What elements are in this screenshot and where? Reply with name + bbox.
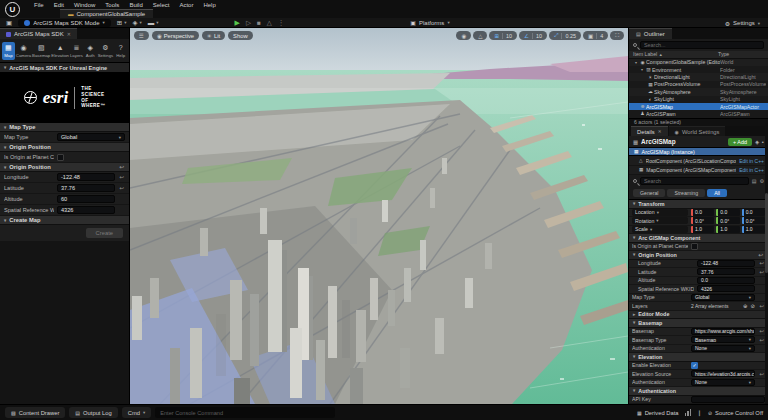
console-command-input[interactable]: [155, 407, 335, 418]
surface-snap-button[interactable]: △: [473, 31, 487, 40]
transform-space-button[interactable]: ◉: [456, 31, 471, 40]
altitude-input[interactable]: 60: [57, 195, 115, 203]
wkid-input[interactable]: 4326: [57, 206, 115, 214]
tool-basemap[interactable]: ▧ Basemap: [32, 42, 50, 60]
auth-select[interactable]: None ▾: [691, 345, 755, 352]
basemap-type-select[interactable]: Basemap ▾: [691, 336, 755, 343]
outliner-row-arcgispawn[interactable]: ♟ ArcGISPawn ArcGISPawn: [629, 110, 768, 117]
outliner-search-input[interactable]: [640, 41, 764, 49]
notifications-icon[interactable]: ❙: [697, 410, 702, 416]
location-y[interactable]: 0.0: [716, 209, 739, 216]
add-layer-icon[interactable]: ⊕: [743, 303, 748, 309]
latitude-input[interactable]: 37.76: [697, 268, 755, 275]
reset-icon[interactable]: ↩: [118, 164, 125, 170]
column-type[interactable]: Type: [718, 51, 764, 57]
camera-speed-control[interactable]: ▣ 4: [583, 31, 608, 40]
column-item-label[interactable]: Item Label ▲: [633, 51, 718, 57]
cinematics-dropdown[interactable]: ▬ ▾: [148, 19, 159, 26]
source-control-button[interactable]: ⊘ Source Control Off: [708, 410, 763, 416]
launch-button[interactable]: △: [267, 19, 272, 27]
output-log-button[interactable]: ▤ Output Log: [69, 407, 117, 418]
viewport-menu-button[interactable]: ☰: [134, 31, 149, 40]
derived-data-button[interactable]: ▦ Derived Data: [637, 410, 679, 416]
level-tab[interactable]: ▬ ComponentGlobalSample: [60, 9, 153, 18]
section-authentication[interactable]: ▾ Authentication: [629, 387, 768, 396]
menu-select[interactable]: Select: [149, 2, 174, 8]
rotation-dropdown[interactable]: Rotation ▾: [632, 217, 688, 224]
perspective-dropdown[interactable]: ◉ Perspective: [152, 31, 199, 40]
maximize-viewport-button[interactable]: ⛶: [610, 31, 624, 40]
unreal-logo[interactable]: U: [5, 2, 20, 17]
scale-dropdown[interactable]: Scale ▾: [632, 226, 688, 233]
section-map-type[interactable]: ▾ Map Type: [0, 123, 129, 132]
longitude-input[interactable]: -122.48: [57, 173, 115, 181]
edit-cpp-link[interactable]: Edit in C++: [739, 167, 764, 173]
basemap-url-input[interactable]: https://www.arcgis.com/sharing/rest/c: [691, 328, 755, 335]
world-settings-tab[interactable]: ◉ World Settings: [669, 126, 726, 136]
location-dropdown[interactable]: Location ▾: [632, 209, 688, 216]
reset-icon[interactable]: ↩: [758, 337, 765, 343]
rotation-z[interactable]: 0.0°: [742, 217, 765, 224]
gear-icon[interactable]: ⚙: [760, 178, 764, 184]
section-arcgismap-component[interactable]: ▾ Arc GISMap Component: [629, 234, 768, 243]
scale-y[interactable]: 1.0: [716, 226, 739, 233]
outliner-row-skylight[interactable]: ◐ SkyLight SkyLight: [629, 96, 768, 103]
filter-all[interactable]: All: [707, 189, 727, 197]
map-component-row[interactable]: ▦ MapComponent (ArcGISMapComponent) Edit…: [629, 166, 768, 175]
filter-streaming[interactable]: Streaming: [667, 189, 705, 197]
scale-snap-control[interactable]: ⤢ 0.25: [549, 31, 581, 40]
altitude-input[interactable]: 0.0: [697, 277, 755, 284]
clear-layers-icon[interactable]: ⊘: [750, 303, 755, 309]
wkid-input[interactable]: 4326: [697, 285, 755, 292]
section-editor-mode[interactable]: ▸ Editor Mode: [629, 311, 768, 320]
menu-tools[interactable]: Tools: [101, 2, 123, 8]
cmd-dropdown[interactable]: Cmd ▾: [122, 407, 152, 418]
play-button[interactable]: ▶: [235, 19, 240, 27]
reset-icon[interactable]: ↩: [758, 269, 765, 275]
filter-general[interactable]: General: [633, 189, 665, 197]
details-search-input[interactable]: [640, 177, 749, 185]
rotation-x[interactable]: 0.0°: [691, 217, 714, 224]
section-origin-position[interactable]: ▾ Origin Position ↩: [0, 163, 129, 172]
api-key-input[interactable]: [691, 396, 765, 403]
section-create-map[interactable]: ▾ Create Map: [0, 216, 129, 225]
tool-elevation[interactable]: ▲ Elevation: [51, 42, 69, 60]
instance-row[interactable]: ▦ ArcGISMap (Instance): [629, 148, 768, 157]
platforms-dropdown[interactable]: ▣ Platforms ▾: [410, 19, 449, 26]
scale-z[interactable]: 1.0: [742, 226, 765, 233]
menu-window[interactable]: Window: [70, 2, 99, 8]
planet-center-checkbox[interactable]: [691, 243, 698, 250]
section-origin-toggle[interactable]: ▾ Origin Position: [0, 143, 129, 152]
rotation-snap-control[interactable]: ∠ 10: [519, 31, 547, 40]
show-dropdown[interactable]: Show: [228, 31, 253, 40]
menu-edit[interactable]: Edit: [50, 2, 68, 8]
section-basemap[interactable]: ▾ Basemap: [629, 319, 768, 328]
reset-icon[interactable]: ↩: [757, 252, 764, 258]
add-actor-dropdown[interactable]: ⊞ ▾: [117, 19, 127, 27]
close-icon[interactable]: ✕: [658, 129, 662, 134]
planet-center-checkbox[interactable]: [57, 154, 64, 161]
reset-icon[interactable]: ↩: [758, 328, 765, 334]
reset-icon[interactable]: ↩: [758, 260, 765, 266]
grid-snap-control[interactable]: ⊞ 10: [489, 31, 517, 40]
skip-button[interactable]: ▷: [246, 19, 251, 27]
latitude-input[interactable]: 37.76: [57, 184, 115, 192]
tool-settings[interactable]: ⚙ Settings: [98, 42, 114, 60]
network-bars-icon[interactable]: [685, 409, 692, 416]
auth-select[interactable]: None ▾: [691, 379, 755, 386]
sdk-section-header[interactable]: ▾ ArcGIS Maps SDK For Unreal Engine: [0, 63, 129, 73]
add-component-button[interactable]: + Add: [728, 138, 752, 146]
rotation-y[interactable]: 0.0°: [716, 217, 739, 224]
longitude-input[interactable]: -122.48: [697, 260, 755, 267]
tool-help[interactable]: ? Help: [114, 42, 127, 60]
menu-help[interactable]: Help: [199, 2, 219, 8]
outliner-row-directionallight[interactable]: ☀ DirectionalLight DirectionalLight: [629, 73, 768, 80]
lit-dropdown[interactable]: ☀ Lit: [202, 31, 225, 40]
outliner-row-environment[interactable]: ▾ ▨ Environment Folder: [629, 66, 768, 73]
enable-elevation-checkbox[interactable]: ✓: [691, 362, 698, 369]
blueprint-icon[interactable]: ◈: [755, 139, 759, 145]
settings-dropdown[interactable]: ⚙ Settings ▾: [725, 18, 760, 28]
content-drawer-button[interactable]: ▨ Content Drawer: [5, 407, 65, 418]
outliner-row-arcgismap[interactable]: ⊕ ArcGISMap ArcGISMapActor: [629, 103, 768, 110]
map-type-select[interactable]: Global ▾: [57, 133, 125, 141]
